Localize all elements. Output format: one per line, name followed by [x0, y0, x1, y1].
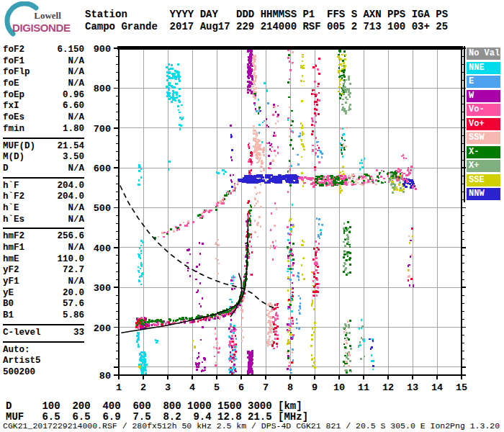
ionogram-screen: Lowell DIGISONDE Station YYYY DAY DDD HH…: [0, 0, 504, 432]
legend-item-w: W: [467, 90, 500, 102]
x-tick-label: 15: [456, 382, 467, 393]
legend-item-x+: X+: [467, 160, 500, 172]
legend-item-e: E: [467, 76, 500, 88]
x-tick-label: 7: [263, 382, 269, 393]
x-tick-label: 12: [382, 382, 394, 393]
legend-item-vo-: Vo-: [467, 104, 500, 116]
y-tick-label: 300: [94, 283, 111, 294]
muf-row: MUF 6.5 6.5 6.9 7.5 8.2 9.4 12.8 21.5 [M…: [6, 412, 308, 422]
legend-separator: [464, 46, 465, 202]
y-tick-label: 80: [99, 371, 111, 382]
y-tick-label: 800: [94, 84, 111, 94]
x-tick-label: 6: [238, 382, 244, 393]
x-tick-label: 4: [189, 382, 195, 393]
y-tick-label: 600: [94, 163, 111, 174]
doppler-direction-legend: No ValNNEEWVo-Vo+SSWX-X+SSENNW: [467, 48, 500, 202]
ionogram-plot: 1234567891011121314159008007006005004003…: [0, 0, 504, 432]
x-tick-label: 5: [214, 382, 220, 393]
x-tick-label: 11: [358, 382, 369, 393]
status-line: CGK21_2017229214000.RSF / 280fx512h 50 k…: [3, 422, 500, 431]
y-tick-label: 400: [94, 243, 111, 254]
y-tick-label: 200: [94, 323, 111, 334]
legend-item-noval: No Val: [467, 48, 500, 60]
legend-item-x-: X-: [467, 146, 500, 158]
distance-row: D 100 200 400 600 800 1000 1500 3000 [km…: [6, 401, 308, 411]
x-tick-label: 1: [116, 382, 122, 393]
legend-item-ssw: SSW: [467, 132, 500, 144]
y-tick-label: 900: [94, 44, 111, 55]
legend-item-nnw: NNW: [467, 188, 500, 200]
x-tick-label: 10: [333, 382, 345, 393]
x-tick-label: 14: [431, 382, 443, 393]
x-tick-label: 13: [407, 382, 418, 393]
d-muf-table: D 100 200 400 600 800 1000 1500 3000 [km…: [6, 401, 308, 422]
legend-item-nne: NNE: [467, 62, 500, 74]
y-tick-label: 500: [94, 203, 111, 214]
legend-item-vo+: Vo+: [467, 118, 500, 130]
x-tick-label: 9: [312, 382, 318, 393]
legend-item-sse: SSE: [467, 174, 500, 186]
x-tick-label: 2: [140, 382, 146, 393]
x-tick-label: 3: [165, 382, 171, 393]
y-tick-label: 700: [94, 124, 111, 135]
x-tick-label: 8: [287, 382, 293, 393]
